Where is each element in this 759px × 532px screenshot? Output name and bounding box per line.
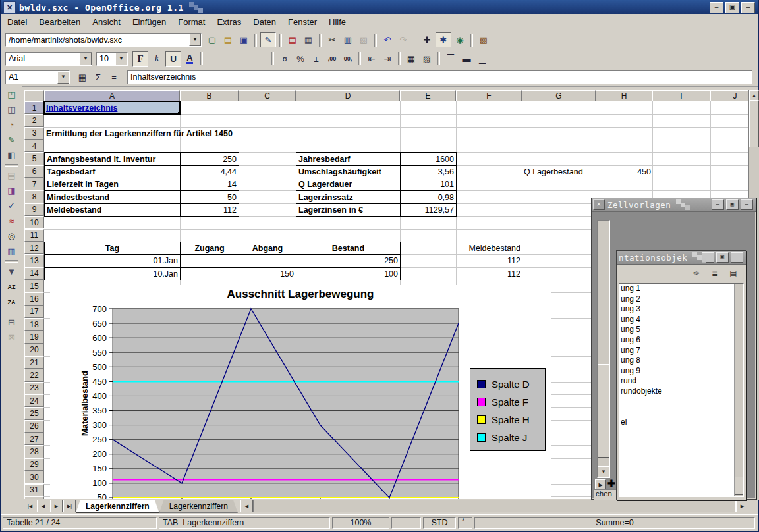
row-header-12[interactable]: 12 <box>24 242 44 254</box>
ungroup-icon[interactable]: ⊠ <box>5 331 19 344</box>
row-header-1[interactable]: 1 <box>24 101 44 114</box>
url-dropdown-icon[interactable]: ▼ <box>189 34 201 46</box>
document-url-combo[interactable]: /home/martinix/shots/bwldv.sxc ▼ <box>5 33 202 47</box>
function-wizard-icon[interactable]: ▦ <box>75 70 90 84</box>
cell-C14[interactable]: 150 <box>239 267 296 280</box>
cell-A8[interactable]: Mindestbestand <box>44 190 181 203</box>
menu-hilfe[interactable]: Hilfe <box>323 15 352 29</box>
equals-icon[interactable]: = <box>107 70 121 84</box>
formula-input[interactable]: Inhaltsverzeichnis <box>127 70 752 84</box>
add-decimal-button[interactable]: ,00 <box>325 52 339 66</box>
select-all-corner[interactable] <box>24 90 44 101</box>
style-list-item[interactable]: ung 3 <box>619 304 743 315</box>
cell-D9[interactable]: Lagerzinsen in € <box>296 203 401 217</box>
data-sources-icon[interactable]: ▥ <box>5 244 19 258</box>
style-list-item[interactable]: ung 6 <box>619 335 743 346</box>
next-sheet-button[interactable]: ▶ <box>50 500 63 512</box>
document-url-value[interactable]: /home/martinix/shots/bwldv.sxc <box>6 36 189 45</box>
style-list-item[interactable]: ung 7 <box>619 346 743 356</box>
cell-A3[interactable]: Ermittlung der Lagerkennziffern für Arti… <box>44 127 181 140</box>
row-header-3[interactable]: 3 <box>24 127 44 140</box>
form-controls-icon[interactable]: ◧ <box>5 148 19 162</box>
cell-B8[interactable]: 50 <box>180 190 239 203</box>
row-header-27[interactable]: 27 <box>24 433 44 445</box>
save-document-icon[interactable]: ▣ <box>237 33 251 47</box>
cell-D14[interactable]: 100 <box>296 267 401 280</box>
sheet-tab-1[interactable]: Lagerkennziffern <box>76 500 159 513</box>
cell-A13[interactable]: 01.Jan <box>44 254 181 267</box>
row-header-13[interactable]: 13 <box>24 254 44 267</box>
align-center-button[interactable] <box>222 52 237 66</box>
row-header-24[interactable]: 24 <box>24 394 44 407</box>
cell-H6[interactable]: 450 <box>596 165 653 178</box>
scroll-up-icon[interactable]: ▲ <box>749 90 759 101</box>
style-list-item[interactable]: ung 2 <box>619 294 743 305</box>
row-header-26[interactable]: 26 <box>24 420 44 433</box>
cell-D7[interactable]: Q Lagerdauer <box>296 178 401 191</box>
cell-A5[interactable]: Anfangsbestand lt. Inventur <box>44 152 181 165</box>
column-header-E[interactable]: E <box>400 90 456 101</box>
maximize-icon[interactable]: ▣ <box>716 252 729 263</box>
italic-button[interactable]: k <box>150 52 164 66</box>
style-list-item[interactable] <box>619 407 743 417</box>
row-header-9[interactable]: 9 <box>24 203 44 216</box>
column-header-A[interactable]: A <box>44 90 180 101</box>
insert-cells-icon[interactable]: ◫ <box>5 103 19 117</box>
horizontal-scrollbar[interactable] <box>253 500 736 512</box>
cell-D6[interactable]: Umschlagshäufigkeit <box>296 165 401 178</box>
row-header-10[interactable]: 10 <box>24 216 44 228</box>
cell-D12[interactable]: Bestand <box>296 242 401 255</box>
underline-button[interactable]: U <box>165 51 181 66</box>
cell-A9[interactable]: Meldebestand <box>44 203 181 217</box>
align-right-button[interactable] <box>238 52 252 66</box>
align-justify-button[interactable] <box>254 52 268 66</box>
cell-D13[interactable]: 250 <box>296 254 401 267</box>
cell-A7[interactable]: Lieferzeit in Tagen <box>44 178 181 191</box>
style-list-item[interactable]: rund <box>619 376 743 386</box>
stylist-scroll-right-icon[interactable]: ▶ <box>595 479 606 490</box>
cell-B9[interactable]: 112 <box>180 203 239 217</box>
formula-input-value[interactable]: Inhaltsverzeichnis <box>128 72 752 82</box>
menu-fenster[interactable]: Fenster <box>282 15 323 29</box>
sheet-tab-2[interactable]: Lagerkennziffern <box>159 500 238 513</box>
cell-A1[interactable]: Inhaltsverzeichnis <box>44 101 181 115</box>
spellcheck-icon[interactable]: ✓ <box>5 199 19 213</box>
embedded-chart[interactable]: Ausschnitt LagerbewegungMaterialbestand7… <box>50 285 551 499</box>
column-header-J[interactable]: J <box>710 90 751 101</box>
themes-icon[interactable]: ◨ <box>5 184 19 198</box>
cell-A6[interactable]: Tagesbedarf <box>44 165 181 178</box>
export-pdf-icon[interactable]: ▤ <box>285 33 300 47</box>
number-standard-button[interactable]: ± <box>309 52 323 66</box>
cell-F12[interactable]: Meldebestand <box>456 242 522 255</box>
cell-D8[interactable]: Lagerzinssatz <box>296 190 401 203</box>
remove-decimal-button[interactable]: 00, <box>341 52 355 66</box>
menu-ansicht[interactable]: Ansicht <box>86 15 126 29</box>
number-percent-button[interactable]: % <box>293 52 308 66</box>
row-header-5[interactable]: 5 <box>24 152 44 165</box>
menu-daten[interactable]: Daten <box>247 15 282 29</box>
stylist-scroll-thumb[interactable] <box>598 364 609 458</box>
style-list-item[interactable]: ung 8 <box>619 356 743 366</box>
cell-D5[interactable]: Jahresbedarf <box>296 152 401 165</box>
cell-E9[interactable]: 1129,57 <box>400 203 457 217</box>
menu-datei[interactable]: Datei <box>1 15 33 29</box>
style-list-item[interactable]: rundobjekte <box>619 386 743 397</box>
fill-handle[interactable] <box>178 112 181 115</box>
style-list[interactable]: ung 1ung 2ung 3ung 4ung 5ung 6ung 7ung 8… <box>619 283 744 497</box>
row-header-29[interactable]: 29 <box>24 458 44 471</box>
redo-icon[interactable]: ↷ <box>396 33 410 47</box>
cell-E8[interactable]: 0,98 <box>400 190 457 203</box>
font-size-combo[interactable]: 10 ▼ <box>96 52 128 66</box>
column-header-B[interactable]: B <box>180 90 239 101</box>
auto-spellcheck-icon[interactable]: ≈ <box>5 214 19 228</box>
update-style-icon[interactable]: ▤ <box>727 267 740 280</box>
name-box-dropdown-icon[interactable]: ▼ <box>57 71 69 84</box>
font-name-dropdown-icon[interactable]: ▼ <box>80 53 92 65</box>
minimize-icon[interactable]: – <box>712 200 724 210</box>
cell-A14[interactable]: 10.Jan <box>44 267 181 280</box>
align-middle-button[interactable]: ▬ <box>459 52 474 66</box>
cell-B14[interactable] <box>180 267 239 280</box>
find-replace-icon[interactable]: ◎ <box>5 229 19 243</box>
prev-sheet-button[interactable]: ◀ <box>37 500 49 512</box>
menu-extras[interactable]: Extras <box>211 15 247 29</box>
